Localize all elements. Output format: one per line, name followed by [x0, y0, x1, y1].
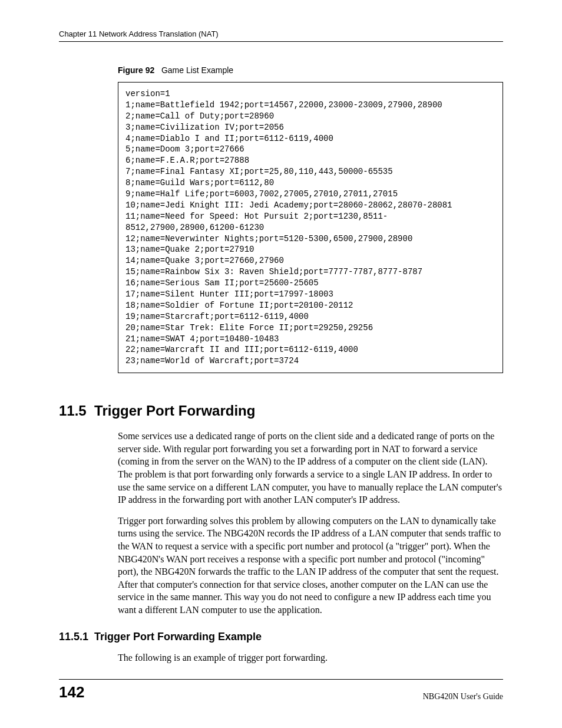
- page-footer: 142 NBG420N User's Guide: [59, 679, 503, 701]
- figure-title: Game List Example: [161, 65, 233, 75]
- running-header: Chapter 11 Network Address Translation (…: [59, 29, 503, 42]
- section-paragraph-1: Some services use a dedicated range of p…: [118, 430, 503, 506]
- page-number: 142: [59, 683, 84, 701]
- guide-name: NBG420N User's Guide: [423, 692, 503, 701]
- section-title: Trigger Port Forwarding: [94, 403, 255, 419]
- subsection-number: 11.5.1: [59, 631, 88, 643]
- figure-label: Figure 92: [118, 65, 154, 75]
- code-block: version=1 1;name=Battlefield 1942;port=1…: [118, 82, 503, 373]
- page-container: Chapter 11 Network Address Translation (…: [0, 0, 562, 728]
- subsection-paragraph-1: The following is an example of trigger p…: [118, 651, 503, 664]
- section-paragraph-2: Trigger port forwarding solves this prob…: [118, 515, 503, 617]
- subsection-heading: 11.5.1 Trigger Port Forwarding Example: [59, 631, 503, 643]
- figure-caption: Figure 92 Game List Example: [118, 65, 503, 75]
- section-number: 11.5: [59, 403, 87, 419]
- section-heading: 11.5 Trigger Port Forwarding: [59, 403, 503, 419]
- subsection-title: Trigger Port Forwarding Example: [94, 631, 262, 643]
